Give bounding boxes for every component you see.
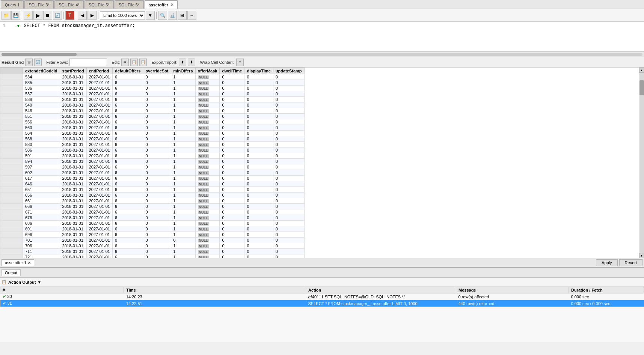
table-cell[interactable]: 0 xyxy=(220,204,244,209)
table-row[interactable]: 5942018-01-012027-01-01601NULL000 xyxy=(0,159,305,164)
table-cell[interactable]: 0 xyxy=(220,209,244,215)
table-cell[interactable]: 0 xyxy=(143,221,171,226)
table-cell[interactable]: 0 xyxy=(273,249,304,254)
table-cell[interactable]: 0 xyxy=(143,142,171,147)
table-cell[interactable]: 0 xyxy=(273,215,304,221)
table-cell[interactable]: 666 xyxy=(23,204,60,209)
sql-editor[interactable]: 1 ● SELECT * FROM stockmanager_it.asseto… xyxy=(0,22,644,52)
table-cell[interactable]: 661 xyxy=(23,198,60,204)
table-cell[interactable]: 0 xyxy=(143,97,171,102)
table-cell[interactable]: 2018-01-01 xyxy=(60,204,86,209)
table-cell[interactable]: 2018-01-01 xyxy=(60,243,86,249)
table-cell[interactable]: 1 xyxy=(171,170,195,176)
table-cell[interactable]: 6 xyxy=(112,86,143,91)
table-cell[interactable]: 1 xyxy=(171,142,195,147)
table-cell[interactable]: 0 xyxy=(273,153,304,159)
table-row[interactable]: 6762018-01-012027-01-01601NULL000 xyxy=(0,215,305,221)
table-cell[interactable]: 2018-01-01 xyxy=(60,86,86,91)
table-row[interactable]: 7112018-01-012027-01-01601NULL000 xyxy=(0,249,305,254)
table-cell[interactable]: 6 xyxy=(112,232,143,238)
stop-button[interactable]: ⏹ xyxy=(43,11,52,20)
table-cell[interactable]: 0 xyxy=(273,221,304,226)
table-cell[interactable]: 0 xyxy=(220,97,244,102)
table-cell[interactable]: 0 xyxy=(220,232,244,238)
table-cell[interactable]: 546 xyxy=(23,108,60,114)
table-cell[interactable]: 0 xyxy=(220,102,244,108)
table-cell[interactable]: 1 xyxy=(171,164,195,170)
table-cell[interactable]: 0 xyxy=(143,147,171,153)
data-table-container[interactable]: extendedCodeIdstartPeriodendPerioddefaul… xyxy=(0,68,639,258)
table-cell[interactable]: 2027-01-01 xyxy=(86,226,112,232)
table-cell[interactable]: 2018-01-01 xyxy=(60,119,86,125)
table-cell[interactable]: NULL xyxy=(195,159,220,164)
table-cell[interactable]: 0 xyxy=(220,142,244,147)
table-cell[interactable]: 2018-01-01 xyxy=(60,80,86,86)
table-cell[interactable]: 0 xyxy=(220,243,244,249)
table-cell[interactable]: 586 xyxy=(23,147,60,153)
filter-rows-input[interactable] xyxy=(69,59,107,66)
table-cell[interactable]: 1 xyxy=(171,187,195,193)
table-cell[interactable]: 2018-01-01 xyxy=(60,226,86,232)
column-header-dwelltime[interactable]: dwellTime xyxy=(220,68,244,74)
table-cell[interactable]: 0 xyxy=(273,102,304,108)
table-cell[interactable]: 1 xyxy=(171,159,195,164)
table-cell[interactable]: 0 xyxy=(244,164,273,170)
table-cell[interactable]: 6 xyxy=(112,74,143,80)
table-cell[interactable]: 2018-01-01 xyxy=(60,159,86,164)
table-cell[interactable]: 0 xyxy=(220,187,244,193)
result-tab-assetoffer1[interactable]: assetoffer 1 ✕ xyxy=(2,259,34,266)
table-cell[interactable]: 6 xyxy=(112,170,143,176)
output-tab[interactable]: Output xyxy=(2,269,21,276)
table-cell[interactable]: 0 xyxy=(143,119,171,125)
tab-sqlfile3[interactable]: SQL File 3* xyxy=(24,0,54,9)
table-cell[interactable]: 2027-01-01 xyxy=(86,254,112,259)
table-cell[interactable]: 0 xyxy=(273,91,304,97)
table-cell[interactable]: 0 xyxy=(220,198,244,204)
table-cell[interactable]: 1 xyxy=(171,136,195,142)
table-cell[interactable]: NULL xyxy=(195,147,220,153)
table-cell[interactable]: 651 xyxy=(23,187,60,193)
table-cell[interactable]: 2027-01-01 xyxy=(86,249,112,254)
grid-view-btn[interactable]: ⊞ xyxy=(25,59,33,66)
table-cell[interactable]: 0 xyxy=(143,108,171,114)
table-cell[interactable]: 0 xyxy=(143,193,171,198)
table-cell[interactable]: 2018-01-01 xyxy=(60,136,86,142)
undo-button[interactable]: ◀ xyxy=(78,11,87,20)
tab-assetoffer[interactable]: assetoffer ✕ xyxy=(145,0,178,9)
table-cell[interactable]: NULL xyxy=(195,238,220,243)
table-cell[interactable]: 6 xyxy=(112,108,143,114)
save-button[interactable]: 💾 xyxy=(11,11,20,20)
v-scroll-up[interactable]: ▲ xyxy=(639,68,644,73)
table-row[interactable]: 5562018-01-012027-01-01601NULL000 xyxy=(0,119,305,125)
table-cell[interactable]: 6 xyxy=(112,125,143,131)
table-cell[interactable]: 0 xyxy=(273,164,304,170)
table-cell[interactable]: 0 xyxy=(220,254,244,259)
v-scroll-down[interactable]: ▼ xyxy=(639,253,644,258)
table-cell[interactable]: 0 xyxy=(273,142,304,147)
table-cell[interactable]: 0 xyxy=(143,243,171,249)
table-cell[interactable]: 2027-01-01 xyxy=(86,170,112,176)
table-cell[interactable]: 1 xyxy=(171,215,195,221)
table-cell[interactable]: 2018-01-01 xyxy=(60,114,86,119)
output-row[interactable]: ✔3014:20:23/*!40111 SET SQL_NOTES=@OLD_S… xyxy=(0,293,644,300)
table-cell[interactable]: 646 xyxy=(23,181,60,187)
table-cell[interactable]: 1 xyxy=(171,131,195,136)
table-row[interactable]: 5802018-01-012027-01-01601NULL000 xyxy=(0,142,305,147)
table-cell[interactable]: 0 xyxy=(244,193,273,198)
table-cell[interactable]: 0 xyxy=(220,136,244,142)
column-header-defaultoffers[interactable]: defaultOffers xyxy=(112,68,143,74)
table-cell[interactable]: 0 xyxy=(273,159,304,164)
table-cell[interactable]: 6 xyxy=(112,209,143,215)
table-cell[interactable]: 691 xyxy=(23,226,60,232)
table-row[interactable]: 6912018-01-012027-01-01601NULL000 xyxy=(0,226,305,232)
table-cell[interactable]: 0 xyxy=(244,102,273,108)
table-cell[interactable]: 535 xyxy=(23,80,60,86)
table-cell[interactable]: NULL xyxy=(195,119,220,125)
table-cell[interactable]: 617 xyxy=(23,176,60,181)
table-cell[interactable]: 6 xyxy=(112,176,143,181)
table-cell[interactable]: NULL xyxy=(195,91,220,97)
table-cell[interactable]: 1 xyxy=(171,153,195,159)
table-cell[interactable]: 1 xyxy=(171,97,195,102)
table-cell[interactable]: 2027-01-01 xyxy=(86,119,112,125)
table-cell[interactable]: 538 xyxy=(23,97,60,102)
